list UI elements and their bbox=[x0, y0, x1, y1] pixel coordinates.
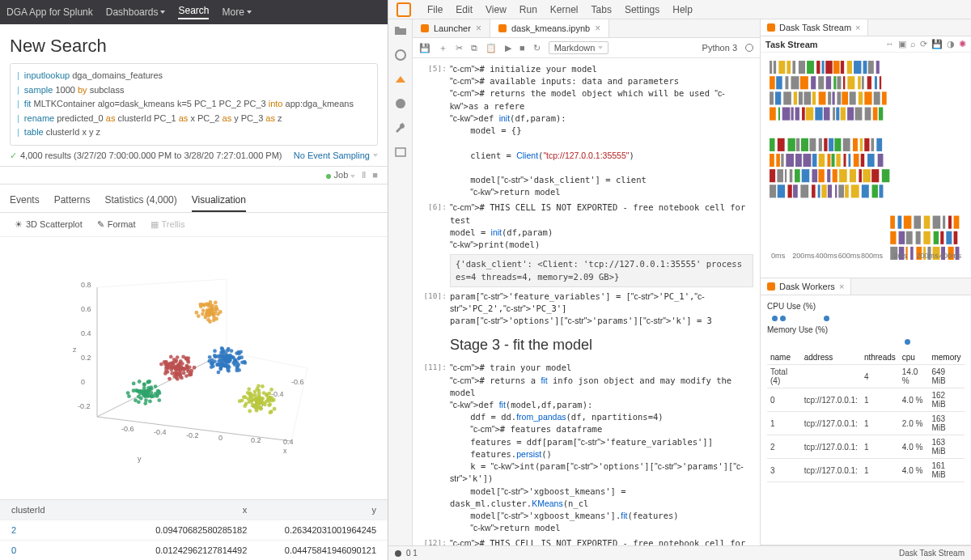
svg-point-79 bbox=[198, 304, 202, 308]
tab-patterns[interactable]: Patterns bbox=[54, 189, 91, 212]
menu-help[interactable]: Help bbox=[672, 4, 693, 15]
col-x[interactable]: x bbox=[129, 500, 259, 520]
scatter3d-chart[interactable]: 0.8 0.6 0.4 0.2 0 -0.2 z x y -0.6 -0.4 -… bbox=[0, 237, 388, 499]
hover-icon[interactable]: ◑ bbox=[947, 39, 955, 49]
svg-point-204 bbox=[235, 366, 239, 370]
svg-rect-559 bbox=[864, 138, 869, 151]
svg-rect-532 bbox=[791, 108, 794, 121]
svg-rect-595 bbox=[770, 185, 776, 197]
dask-icon[interactable] bbox=[394, 73, 407, 86]
menu-kernel[interactable]: Kernel bbox=[550, 4, 579, 15]
tab-notebook[interactable]: dask_kmeans.ipynb× bbox=[490, 19, 609, 37]
svg-point-360 bbox=[134, 398, 138, 402]
nav-more[interactable]: More bbox=[222, 6, 251, 18]
svg-rect-543 bbox=[865, 108, 871, 121]
splunk-panel: DGA App for Splunk Dashboards Search Mor… bbox=[0, 0, 388, 560]
svg-point-475 bbox=[396, 50, 405, 60]
close-icon[interactable]: × bbox=[476, 23, 481, 34]
tab-launcher[interactable]: Launcher× bbox=[413, 19, 490, 37]
viz-trellis: ▦ Trellis bbox=[151, 219, 185, 230]
add-cell-icon[interactable]: ＋ bbox=[439, 42, 447, 54]
search-query-input[interactable]: |inputlookup dga_domains_features |sampl… bbox=[10, 63, 378, 146]
palette-icon[interactable] bbox=[394, 97, 407, 110]
wheelzoom-icon[interactable]: ⌕ bbox=[910, 39, 916, 49]
viz-format[interactable]: ✎ Format bbox=[97, 219, 136, 230]
table-row[interactable]: 2 0.09470682580285182 0.2634203100196424… bbox=[0, 520, 388, 540]
close-icon[interactable]: × bbox=[839, 282, 844, 291]
svg-text:-0.2: -0.2 bbox=[186, 431, 199, 439]
stop-icon[interactable]: ■ bbox=[519, 43, 525, 53]
reset-icon[interactable]: ⟳ bbox=[920, 39, 927, 49]
folder-icon[interactable] bbox=[394, 24, 407, 37]
col-y[interactable]: y bbox=[258, 500, 388, 520]
running-icon[interactable] bbox=[394, 49, 407, 62]
pan-icon[interactable]: ↔ bbox=[885, 39, 894, 49]
col-clusterid[interactable]: clusterId bbox=[0, 500, 129, 520]
svg-rect-627 bbox=[946, 231, 952, 244]
nav-dashboards[interactable]: Dashboards bbox=[106, 6, 166, 18]
svg-point-421 bbox=[248, 409, 252, 414]
svg-rect-591 bbox=[859, 169, 862, 182]
table-row[interactable]: 1tcp://127.0.0.1:12.0 %163 MiB bbox=[767, 412, 965, 435]
wrench-icon[interactable] bbox=[394, 121, 407, 134]
boxzoom-icon[interactable]: ▣ bbox=[898, 39, 906, 49]
menu-settings[interactable]: Settings bbox=[625, 4, 659, 15]
svg-point-469 bbox=[265, 393, 269, 397]
sampling-dropdown[interactable]: No Event Sampling bbox=[294, 151, 378, 160]
tab-events[interactable]: Events bbox=[10, 189, 40, 212]
table-row[interactable]: 3tcp://127.0.0.1:14.0 %161 MiB bbox=[767, 459, 965, 482]
tab-statistics[interactable]: Statistics (4,000) bbox=[104, 189, 176, 212]
svg-rect-578 bbox=[878, 154, 884, 167]
save-icon[interactable]: 💾 bbox=[931, 39, 943, 49]
svg-rect-599 bbox=[800, 185, 808, 197]
svg-point-181 bbox=[212, 354, 216, 358]
restart-icon[interactable]: ↻ bbox=[533, 43, 541, 53]
svg-text:200ms: 200ms bbox=[916, 252, 939, 260]
table-row[interactable]: 0tcp://127.0.0.1:14.0 %162 MiB bbox=[767, 388, 965, 412]
svg-rect-528 bbox=[882, 91, 887, 104]
nav-search[interactable]: Search bbox=[178, 5, 209, 19]
jupyter-logo-icon bbox=[396, 2, 411, 17]
menu-view[interactable]: View bbox=[486, 4, 507, 15]
stop-icon[interactable]: ■ bbox=[372, 170, 378, 180]
close-icon[interactable]: × bbox=[595, 23, 600, 34]
code-cell[interactable]: param["c-str">'feature_variables'] = ["c… bbox=[450, 291, 753, 328]
code-cell[interactable]: "c-cm"># train your model "c-cm"># retur… bbox=[450, 362, 753, 534]
save-icon[interactable]: 💾 bbox=[419, 43, 430, 53]
menu-edit[interactable]: Edit bbox=[456, 4, 473, 15]
run-icon[interactable]: ▶ bbox=[505, 43, 511, 53]
menu-run[interactable]: Run bbox=[519, 4, 537, 15]
svg-rect-549 bbox=[796, 138, 799, 151]
tab-visualization[interactable]: Visualization bbox=[192, 189, 246, 212]
menu-file[interactable]: File bbox=[427, 4, 443, 15]
tabs-icon[interactable] bbox=[394, 146, 407, 159]
table-row[interactable]: 2tcp://127.0.0.1:14.0 %163 MiB bbox=[767, 435, 965, 459]
paste-icon[interactable]: 📋 bbox=[486, 43, 497, 53]
menu-tabs[interactable]: Tabs bbox=[592, 4, 612, 15]
tab-task-stream[interactable]: Dask Task Stream× bbox=[761, 19, 868, 36]
code-cell[interactable]: "c-cm"># initialize your model "c-cm"># … bbox=[450, 63, 753, 198]
cut-icon[interactable]: ✂ bbox=[456, 43, 463, 53]
svg-point-411 bbox=[252, 390, 257, 394]
viz-type-select[interactable]: ☀ 3D Scatterplot bbox=[15, 219, 83, 230]
copy-icon[interactable]: ⧉ bbox=[471, 43, 477, 53]
pause-icon[interactable]: Ⅱ bbox=[362, 170, 366, 180]
job-dropdown[interactable]: Job bbox=[326, 170, 356, 180]
svg-rect-585 bbox=[812, 169, 817, 182]
close-icon[interactable]: × bbox=[855, 23, 860, 32]
notebook-body[interactable]: [5]:"c-cm"># initialize your model "c-cm… bbox=[413, 58, 760, 545]
tab-workers[interactable]: Dask Workers× bbox=[761, 278, 851, 295]
svg-rect-615 bbox=[924, 216, 931, 229]
svg-point-182 bbox=[240, 355, 244, 359]
kernel-name[interactable]: Python 3 bbox=[702, 43, 737, 53]
table-row[interactable]: Total (4)414.0 %649 MiB bbox=[767, 365, 965, 388]
svg-point-191 bbox=[231, 356, 235, 360]
notebook-icon bbox=[498, 24, 507, 32]
markdown-heading[interactable]: Stage 3 - fit the model bbox=[413, 329, 760, 360]
code-cell[interactable]: "c-cm"># THIS CELL IS NOT EXPORTED - fre… bbox=[450, 537, 753, 545]
code-cell[interactable]: "c-cm"># THIS CELL IS NOT EXPORTED - fre… bbox=[450, 202, 753, 251]
table-row[interactable]: 0 0.01242962127814492 0.0447584194609012… bbox=[0, 540, 388, 560]
task-stream-plot[interactable]: 0ms 200ms 400ms 600ms 800ms 0ms 200ms 40… bbox=[761, 53, 971, 263]
svg-rect-502 bbox=[826, 76, 831, 89]
celltype-select[interactable]: Markdown bbox=[549, 41, 609, 54]
